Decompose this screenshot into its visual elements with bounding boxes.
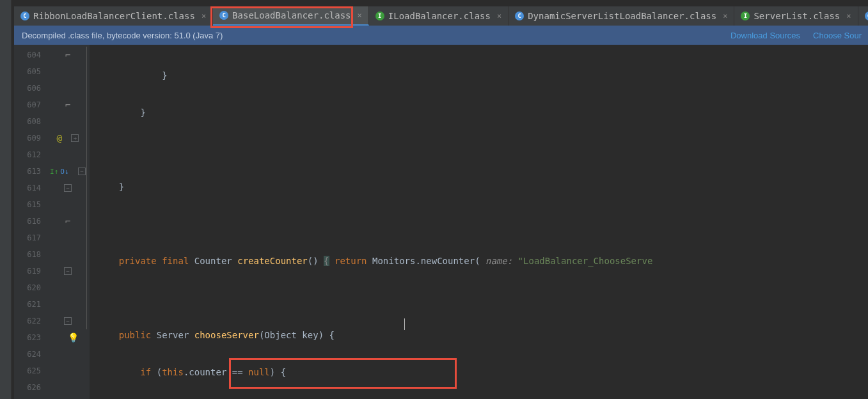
banner-text: Decompiled .class file, bytecode version…: [22, 31, 223, 40]
line-number: 626: [14, 379, 46, 396]
line-number: 617: [14, 230, 46, 246]
line-number: 618: [14, 246, 46, 263]
line-number: 619: [14, 263, 46, 279]
left-tool-strip: [0, 0, 12, 399]
line-number: 624: [14, 346, 46, 363]
fold-collapse-icon[interactable]: −: [46, 263, 90, 279]
line-number: 623: [14, 329, 46, 346]
line-number: 607: [14, 97, 46, 113]
fold-close-icon[interactable]: ⌐: [46, 213, 90, 230]
code-area[interactable]: } } } private final Counter createCounte…: [90, 45, 868, 399]
line-number: 621: [14, 296, 46, 313]
text-cursor: [404, 318, 405, 330]
line-number: 615: [14, 196, 46, 213]
annotation-box-code: [229, 358, 457, 389]
interface-icon: I: [375, 12, 384, 20]
close-icon[interactable]: ×: [358, 11, 362, 20]
line-number-gutter: 604 605 606 607 608 609 612 613 614 615 …: [14, 45, 46, 399]
code-line[interactable]: if (this.counter == null) {: [90, 364, 868, 380]
line-number: 608: [14, 113, 46, 130]
line-number: 614: [14, 180, 46, 196]
fold-close-icon[interactable]: ⌐: [46, 47, 90, 63]
tab-iload-balancer[interactable]: I ILoadBalancer.class ×: [369, 6, 509, 26]
class-icon: C: [515, 12, 524, 20]
interface-icon: I: [741, 12, 750, 20]
line-number: 625: [14, 363, 46, 379]
fold-expand-icon[interactable]: +: [71, 134, 79, 142]
implement-icon[interactable]: O↓: [60, 168, 68, 176]
fold-collapse-icon[interactable]: −: [46, 180, 90, 196]
fold-collapse-icon[interactable]: −: [78, 168, 86, 175]
tab-label: ILoadBalancer.class: [388, 11, 491, 21]
gutter-markers: ⌐ ⌐ @ + I↑O↓ − − ⌐ − − 💡: [46, 45, 90, 399]
annotation-box-tab: [210, 6, 353, 28]
override-icon[interactable]: I↑: [50, 168, 58, 176]
line-number: 609: [14, 130, 46, 146]
close-icon[interactable]: ×: [201, 12, 206, 20]
tab-dynamic-server-list[interactable]: C DynamicServerListLoadBalancer.class ×: [509, 6, 734, 26]
line-number: 613: [14, 163, 46, 180]
tab-nacos-serv[interactable]: C NacosServ: [858, 6, 868, 26]
code-line[interactable]: [90, 141, 868, 158]
line-number: 620: [14, 279, 46, 296]
close-icon[interactable]: ×: [846, 12, 851, 20]
intention-bulb-icon[interactable]: 💡: [51, 329, 95, 346]
tab-server-list[interactable]: I ServerList.class ×: [734, 6, 858, 26]
choose-sources-link[interactable]: Choose Sour: [813, 31, 862, 40]
download-sources-link[interactable]: Download Sources: [730, 31, 800, 40]
class-icon: C: [865, 12, 868, 20]
code-line[interactable]: public Server chooseServer(Object key) {: [90, 327, 868, 343]
tab-ribbon[interactable]: C RibbonLoadBalancerClient.class ×: [14, 6, 213, 26]
code-editor[interactable]: 604 605 606 607 608 609 612 613 614 615 …: [14, 45, 868, 399]
banner-links: Download Sources Choose Sour: [730, 31, 868, 40]
line-number: 622: [14, 313, 46, 329]
line-number: 612: [14, 146, 46, 163]
line-number: 605: [14, 63, 46, 80]
line-number: 616: [14, 213, 46, 230]
fold-collapse-icon[interactable]: −: [46, 313, 90, 329]
tab-label: DynamicServerListLoadBalancer.class: [528, 11, 716, 21]
code-line[interactable]: }: [90, 67, 868, 84]
class-icon: C: [20, 12, 29, 20]
tab-label: ServerList.class: [754, 11, 840, 21]
tab-label: RibbonLoadBalancerClient.class: [33, 11, 195, 21]
line-number: 604: [14, 47, 46, 63]
gutter-annotation[interactable]: @ +: [46, 130, 90, 146]
close-icon[interactable]: ×: [497, 12, 501, 20]
code-line[interactable]: }: [90, 104, 868, 121]
close-icon[interactable]: ×: [723, 12, 727, 20]
fold-close-icon[interactable]: ⌐: [46, 97, 90, 113]
decompiled-banner: Decompiled .class file, bytecode version…: [14, 26, 868, 45]
code-line[interactable]: [90, 215, 868, 232]
code-line[interactable]: }: [90, 178, 868, 195]
editor-tabs: C RibbonLoadBalancerClient.class × C Bas…: [14, 6, 868, 26]
code-line[interactable]: private final Counter createCounter() { …: [90, 253, 868, 269]
gutter-icons[interactable]: I↑O↓ −: [46, 163, 90, 180]
code-line[interactable]: [90, 290, 868, 306]
line-number: 606: [14, 80, 46, 97]
